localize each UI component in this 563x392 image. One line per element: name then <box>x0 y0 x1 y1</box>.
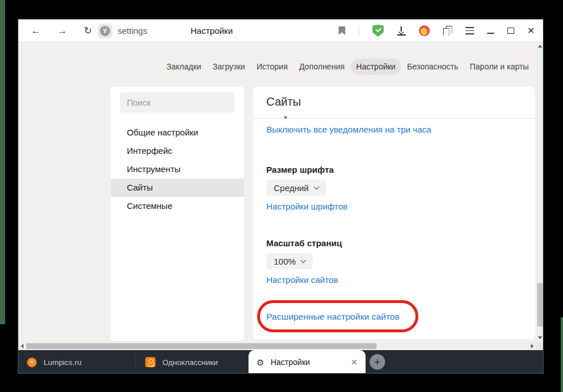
page-title: Настройки <box>191 20 233 42</box>
close-window-button[interactable]: ✕ <box>527 26 535 36</box>
sidebar-item-interface[interactable]: Интерфейс <box>111 142 244 160</box>
settings-sidebar: Общие настройки Интерфейс Инструменты Са… <box>111 87 244 341</box>
maximize-button[interactable] <box>507 28 514 34</box>
settings-top-nav: Закладки Загрузки История Дополнения Нас… <box>161 59 534 75</box>
horizontal-scroll-thumb[interactable] <box>26 343 376 349</box>
scroll-left-arrow[interactable] <box>21 344 24 348</box>
font-size-value: Средний <box>274 183 309 193</box>
odnoklassniki-favicon <box>145 357 156 367</box>
nav-tab-security[interactable]: Безопасность <box>401 59 464 75</box>
section-title: Сайты <box>266 95 301 108</box>
tab-bar: ✶ Lumpics.ru Одноклассники ⚙ Настройки ✕… <box>18 350 543 374</box>
minimize-button[interactable] <box>487 33 494 34</box>
vertical-scroll-thumb[interactable] <box>537 283 543 327</box>
lumpics-favicon: ✶ <box>27 358 37 367</box>
font-settings-link[interactable]: Настройки шрифтов <box>266 201 348 211</box>
forward-button[interactable]: → <box>57 26 67 36</box>
sidebar-item-sites[interactable]: Сайты <box>111 178 244 197</box>
desktop-edge-left <box>0 0 5 324</box>
site-badge: Y <box>98 24 112 38</box>
address-bar[interactable]: Y settings <box>98 23 147 38</box>
extension-icon[interactable] <box>419 25 430 36</box>
yandex-icon: Y <box>100 26 110 36</box>
nav-tab-bookmarks[interactable]: Закладки <box>161 59 207 75</box>
back-button[interactable]: ← <box>31 26 41 36</box>
browser-window: ← → ↻ Y settings Настройки ✕ Закладки <box>18 19 543 374</box>
tab-odnoklassniki[interactable]: Одноклассники <box>137 350 248 374</box>
tab-label: Lumpics.ru <box>44 358 81 367</box>
bookmark-icon[interactable] <box>339 26 345 35</box>
reload-button[interactable]: ↻ <box>84 26 92 36</box>
tab-separator <box>135 355 136 369</box>
advanced-site-settings-link[interactable]: Расширенные настройки сайтов <box>266 312 399 322</box>
gear-icon: ⚙ <box>257 358 264 367</box>
font-size-dropdown[interactable]: Средний <box>266 180 326 196</box>
toolbar-divider <box>359 26 359 36</box>
nav-tab-addons[interactable]: Дополнения <box>293 59 350 75</box>
scroll-up-arrow[interactable] <box>538 45 542 48</box>
tab-label: Одноклассники <box>162 358 218 367</box>
tab-settings-active[interactable]: ⚙ Настройки ✕ <box>249 350 366 374</box>
collections-icon[interactable] <box>443 26 452 36</box>
vertical-scrollbar[interactable] <box>536 42 543 342</box>
nav-tab-passwords[interactable]: Пароли и карты <box>464 59 535 75</box>
url-text: settings <box>118 26 147 36</box>
sidebar-item-general[interactable]: Общие настройки <box>111 123 244 142</box>
page-zoom-heading: Масштаб страниц <box>266 238 342 248</box>
mute-notifications-link[interactable]: Выключить все уведомления на три часа <box>266 125 431 134</box>
nav-tab-history[interactable]: История <box>251 59 293 75</box>
horizontal-scrollbar[interactable] <box>18 342 536 350</box>
new-tab-button[interactable]: + <box>370 354 385 370</box>
browser-toolbar: ← → ↻ Y settings Настройки ✕ <box>18 20 543 42</box>
nav-tab-settings[interactable]: Настройки <box>351 59 402 75</box>
tab-lumpics[interactable]: ✶ Lumpics.ru <box>18 350 135 374</box>
scroll-down-arrow[interactable] <box>538 336 542 339</box>
menu-icon[interactable] <box>465 27 474 34</box>
tab-label: Настройки <box>270 358 344 367</box>
protect-shield-icon[interactable] <box>372 25 384 37</box>
sidebar-item-tools[interactable]: Инструменты <box>111 160 244 178</box>
settings-page: Закладки Загрузки История Дополнения Нас… <box>18 42 543 342</box>
scrollbar-corner <box>536 342 543 350</box>
page-zoom-value: 100% <box>274 257 296 266</box>
close-tab-icon[interactable]: ✕ <box>351 358 358 367</box>
sidebar-item-system[interactable]: Системные <box>111 197 244 215</box>
site-settings-link[interactable]: Настройки сайтов <box>266 275 338 285</box>
settings-content: Сайты Выключить все уведомления на три ч… <box>253 87 535 339</box>
header-divider <box>253 118 535 119</box>
page-zoom-dropdown[interactable]: 100% <box>266 253 313 269</box>
font-size-heading: Размер шрифта <box>266 165 334 174</box>
desktop-edge-right <box>561 317 563 392</box>
nav-tab-downloads[interactable]: Загрузки <box>207 59 251 75</box>
chevron-down-icon <box>301 257 306 263</box>
chevron-down-icon <box>314 184 320 189</box>
downloads-icon[interactable] <box>397 26 406 36</box>
search-input[interactable] <box>120 92 235 112</box>
scroll-right-arrow[interactable] <box>531 344 534 348</box>
